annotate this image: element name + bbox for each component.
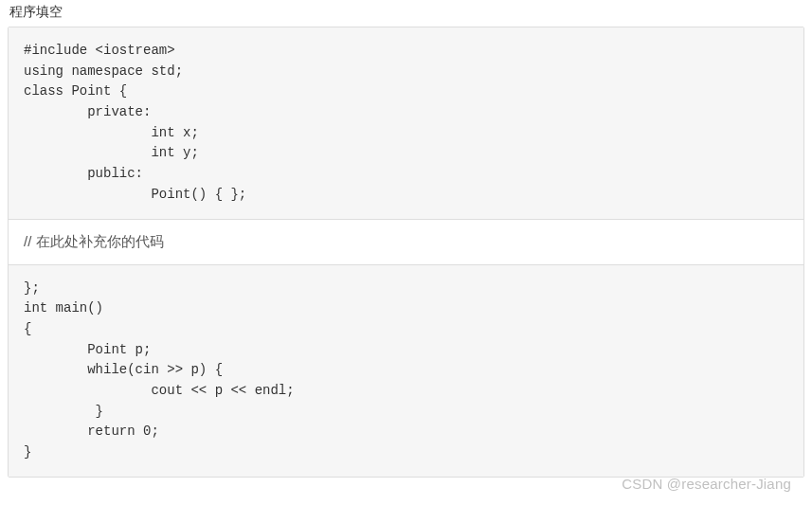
code-container: #include <iostream> using namespace std;… xyxy=(8,27,804,478)
code-block-bottom: }; int main() { Point p; while(cin >> p)… xyxy=(9,265,803,477)
fill-comment: // 在此处补充你的代码 xyxy=(9,219,803,265)
page-title: 程序填空 xyxy=(8,4,804,21)
code-block-top: #include <iostream> using namespace std;… xyxy=(9,27,803,219)
